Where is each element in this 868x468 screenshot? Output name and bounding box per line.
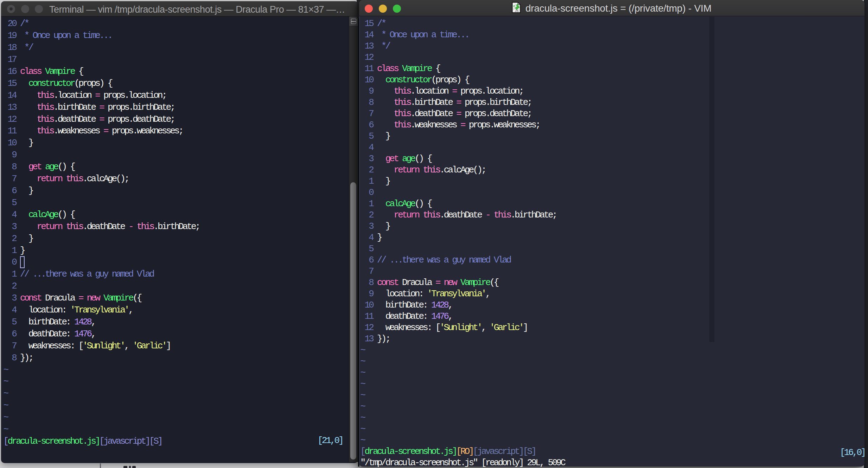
svg-text:JS: JS — [515, 9, 519, 13]
